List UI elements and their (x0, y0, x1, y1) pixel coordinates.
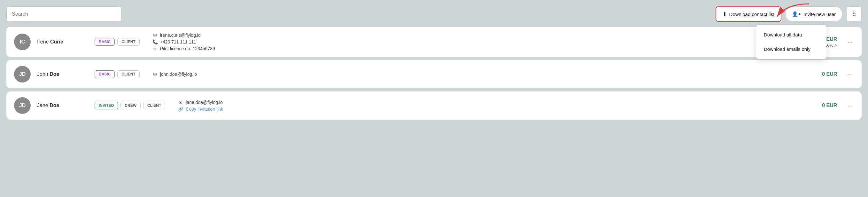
contact-info: ✉jane.doe@flylog.io🔗Copy invitation link (178, 100, 799, 112)
contact-info: ✉john.doe@flylog.io (152, 72, 799, 77)
star-icon: ☆ (152, 46, 158, 51)
contact-name: Jane Doe (37, 103, 88, 108)
contact-tag: CLIENT (143, 102, 165, 109)
contact-tag: CLIENT (117, 71, 140, 78)
invite-new-user-button[interactable]: 👤+ Invite new user (785, 6, 842, 22)
email-icon: ✉ (178, 100, 183, 105)
more-options-button[interactable]: ··· (846, 102, 854, 109)
phone-icon: 📞 (152, 39, 158, 45)
contact-name: Irene Curie (37, 39, 88, 45)
contact-tags: INVITEDCREWCLIENT (95, 102, 165, 109)
contact-name: John Doe (37, 71, 88, 77)
more-options-button[interactable]: ··· (846, 71, 854, 78)
contact-tags: BASICCLIENT (95, 38, 140, 46)
amount-column: 0 EUR (805, 71, 837, 77)
dropdown-item-emails-only[interactable]: Download emails only (756, 42, 827, 56)
contact-list: ICIrene CurieBASICCLIENT✉irene.curie@fly… (6, 27, 862, 120)
email-value: irene.curie@flylog.io (160, 33, 201, 38)
amount-value: 0 EUR (805, 71, 837, 77)
email-value: jane.doe@flylog.io (186, 100, 222, 105)
person-plus-icon: 👤+ (792, 11, 801, 17)
more-options-button[interactable]: ··· (846, 38, 854, 46)
invitation-link-row: 🔗Copy invitation link (178, 107, 799, 112)
licence-row: ☆Pilot licence no. 123456789 (152, 46, 799, 51)
contact-card: JDJohn DoeBASICCLIENT✉john.doe@flylog.io… (6, 60, 862, 88)
email-row: ✉john.doe@flylog.io (152, 72, 799, 77)
grid-icon: ⠿ (852, 10, 856, 18)
contact-tag: CLIENT (117, 38, 140, 46)
contact-tag: CREW (121, 102, 141, 109)
download-contact-list-button[interactable]: ⬇ Download contact list (716, 6, 782, 22)
link-icon: 🔗 (178, 107, 183, 112)
contact-tags: BASICCLIENT (95, 71, 140, 78)
copy-invitation-link[interactable]: Copy invitation link (186, 107, 223, 112)
grid-view-button[interactable]: ⠿ (846, 6, 862, 22)
diamond-icon: ◇ (834, 43, 837, 48)
contact-info: ✉irene.curie@flylog.io📞+420 711 111 111☆… (152, 33, 799, 51)
avatar: IC (14, 34, 31, 50)
email-icon: ✉ (152, 33, 158, 38)
contact-card: JDJane DoeINVITEDCREWCLIENT✉jane.doe@fly… (6, 91, 862, 120)
amount-value: 0 EUR (805, 103, 837, 108)
search-input[interactable] (6, 6, 121, 22)
contact-tag: BASIC (95, 71, 115, 78)
licence-value: Pilot licence no. 123456789 (160, 46, 215, 51)
email-row: ✉jane.doe@flylog.io (178, 100, 799, 105)
download-icon: ⬇ (722, 11, 727, 17)
email-row: ✉irene.curie@flylog.io (152, 33, 799, 38)
phone-row: 📞+420 711 111 111 (152, 39, 799, 45)
contact-tag: INVITED (95, 102, 118, 109)
download-button-label: Download contact list (729, 11, 775, 17)
toolbar-right: ⬇ Download contact list Download all dat… (716, 6, 862, 22)
email-value: john.doe@flylog.io (160, 72, 197, 77)
avatar: JD (14, 66, 31, 83)
avatar: JD (14, 97, 31, 114)
toolbar: ⬇ Download contact list Download all dat… (6, 6, 862, 22)
amount-sub: 10%◇ (825, 43, 837, 48)
invite-button-label: Invite new user (803, 11, 836, 17)
contact-card: ICIrene CurieBASICCLIENT✉irene.curie@fly… (6, 27, 862, 57)
contact-tag: BASIC (95, 38, 115, 46)
email-icon: ✉ (152, 72, 158, 77)
download-dropdown: Download all data Download emails only (756, 25, 827, 59)
dropdown-item-all-data[interactable]: Download all data (756, 28, 827, 42)
amount-column: 0 EUR (805, 103, 837, 108)
phone-value: +420 711 111 111 (160, 39, 196, 45)
